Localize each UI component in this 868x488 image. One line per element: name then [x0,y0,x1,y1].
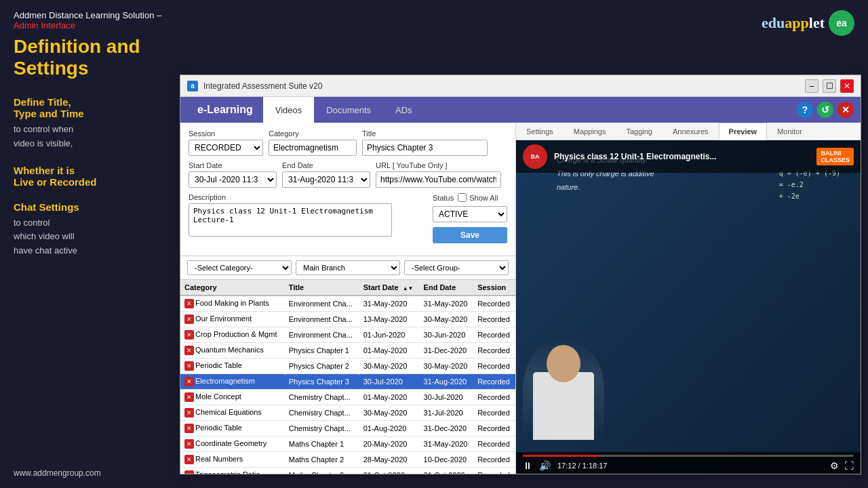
nav-tab-ads[interactable]: ADs [383,97,425,123]
description-label: Description [189,193,422,201]
tab-preview[interactable]: Preview [719,123,768,140]
status-row: Status Show All ACTIVE INACTIVE [433,193,507,222]
session-label: Session [189,129,263,138]
cell-title: Physics Chapter 2 [285,359,359,374]
category-filter[interactable]: -Select Category- [187,260,292,275]
nav-brand: e-Learning [187,97,263,123]
fullscreen-button[interactable]: ⛶ [844,460,854,471]
col-end-date: End Date [420,280,474,296]
cell-category: ✕Electromagnetism [180,374,285,390]
progress-bar-container[interactable] [523,455,854,457]
table-row[interactable]: ✕Food Making in Plants Environment Cha..… [180,296,515,312]
save-button[interactable]: Save [433,227,507,243]
nav-tab-videos[interactable]: Videos [263,97,315,123]
row-delete-icon[interactable]: ✕ [184,299,194,308]
table-row[interactable]: ✕Periodic Table Chemistry Chapt... 01-Au… [180,421,515,436]
row-delete-icon[interactable]: ✕ [184,424,194,433]
description-group: Description Physics class 12 Unit-1 Elec… [189,193,422,237]
table-row[interactable]: ✕Electromagnetism Physics Chapter 3 30-J… [180,374,515,390]
col-category: Category [180,280,285,296]
maximize-button[interactable]: ☐ [823,79,836,93]
pause-button[interactable]: ⏸ [523,460,532,471]
exit-icon[interactable]: ✕ [837,102,854,118]
cell-session: Recorded [473,390,515,405]
close-button[interactable]: ✕ [840,79,854,93]
logo-text: eduapplet [762,14,825,32]
row-delete-icon[interactable]: ✕ [184,392,194,402]
tab-annexures[interactable]: Annexures [663,123,719,140]
cell-category: ✕Food Making in Plants [180,296,285,312]
filter-row: -Select Category- Main Branch -Select Gr… [180,256,515,280]
cell-title: Chemistry Chapt... [285,390,359,405]
start-date-select[interactable]: 30-Jul -2020 11:3 [189,171,277,188]
cell-end: 31-May-2020 [420,296,474,312]
table-row[interactable]: ✕Mole Concept Chemistry Chapt... 01-May-… [180,390,515,405]
table-row[interactable]: ✕Coordinate Geometry Maths Chapter 1 20-… [180,436,515,452]
cell-session: Recorded [473,421,515,436]
nav-tab-documents[interactable]: Documents [314,97,383,123]
table-row[interactable]: ✕Our Environment Environment Cha... 13-M… [180,312,515,327]
right-tabs: Settings Mappings Tagging Annexures Prev… [516,123,861,140]
table-row[interactable]: ✕Trigonometric Ratio Maths Chapter 3 01-… [180,468,515,474]
volume-button[interactable]: 🔊 [539,460,551,471]
row-delete-icon[interactable]: ✕ [184,346,194,355]
table-area: Category Title Start Date ▲▼ End Date Se… [180,280,515,474]
cell-start: 30-May-2020 [359,405,420,421]
cell-session: Recorded [473,343,515,359]
form-row-3: Description Physics class 12 Unit-1 Elec… [189,193,507,243]
cell-end: 31-Aug-2020 [420,374,474,390]
tab-tagging[interactable]: Tagging [616,123,663,140]
table-row[interactable]: ✕Periodic Table Physics Chapter 2 30-May… [180,359,515,374]
table-row[interactable]: ✕Real Numbers Maths Chapter 2 28-May-202… [180,452,515,468]
description-textarea[interactable]: Physics class 12 Unit-1 Electromagnetism… [189,203,392,237]
page-title: Definition and Settings [14,36,170,79]
branch-filter[interactable]: Main Branch [296,260,400,275]
url-label: URL [ YouTube Only ] [376,161,507,169]
cell-session: Recorded [473,405,515,421]
cell-end: 31-Jul-2020 [420,405,474,421]
row-delete-icon[interactable]: ✕ [184,361,194,371]
session-select[interactable]: RECORDED LIVE [189,140,263,156]
url-input[interactable] [376,171,501,188]
settings-button[interactable]: ⚙ [830,460,839,471]
start-date-label: Start Date [189,161,277,169]
row-delete-icon[interactable]: ✕ [184,455,194,464]
teacher-body [533,372,594,440]
left-panel: Session RECORDED LIVE Category Title [180,123,516,474]
row-delete-icon[interactable]: ✕ [184,408,194,418]
end-date-group: End Date 31-Aug-2020 11:3 [282,161,370,188]
cell-end: 31-Oct-2020 [420,468,474,474]
sidebar-section-2: Whether it isLive or Recorded [14,165,170,188]
category-input[interactable] [269,140,357,156]
table-row[interactable]: ✕Crop Production & Mgmt Environment Cha.… [180,327,515,343]
cell-category: ✕Chemical Equations [180,405,285,421]
table-header-row: Category Title Start Date ▲▼ End Date Se… [180,280,515,296]
table-row[interactable]: ✕Chemical Equations Chemistry Chapt... 3… [180,405,515,421]
row-delete-icon[interactable]: ✕ [184,439,194,449]
cell-category: ✕Trigonometric Ratio [180,468,285,474]
form-area: Session RECORDED LIVE Category Title [180,123,515,256]
cell-end: 31-Dec-2020 [420,421,474,436]
row-delete-icon[interactable]: ✕ [184,470,194,474]
teacher-head [547,345,580,382]
category-label: Category [269,129,357,138]
tab-mappings[interactable]: Mappings [564,123,616,140]
row-delete-icon[interactable]: ✕ [184,314,194,324]
math-line-3: + -2e [779,190,840,202]
tab-monitor[interactable]: Monitor [767,123,812,140]
refresh-icon[interactable]: ↺ [817,102,833,118]
show-all-checkbox[interactable] [458,193,467,202]
tab-settings[interactable]: Settings [516,123,564,140]
start-date-group: Start Date 30-Jul -2020 11:3 [189,161,277,188]
cell-start: 13-May-2020 [359,312,420,327]
group-filter[interactable]: -Select Group- [404,260,509,275]
help-icon[interactable]: ? [797,102,813,118]
status-select[interactable]: ACTIVE INACTIVE [433,206,507,222]
row-delete-icon[interactable]: ✕ [184,377,194,386]
table-row[interactable]: ✕Quantum Mechanics Physics Chapter 1 01-… [180,343,515,359]
end-date-select[interactable]: 31-Aug-2020 11:3 [282,171,370,188]
title-input[interactable] [362,140,488,156]
minimize-button[interactable]: – [805,79,818,93]
cell-title: Environment Cha... [285,327,359,343]
row-delete-icon[interactable]: ✕ [184,330,194,340]
